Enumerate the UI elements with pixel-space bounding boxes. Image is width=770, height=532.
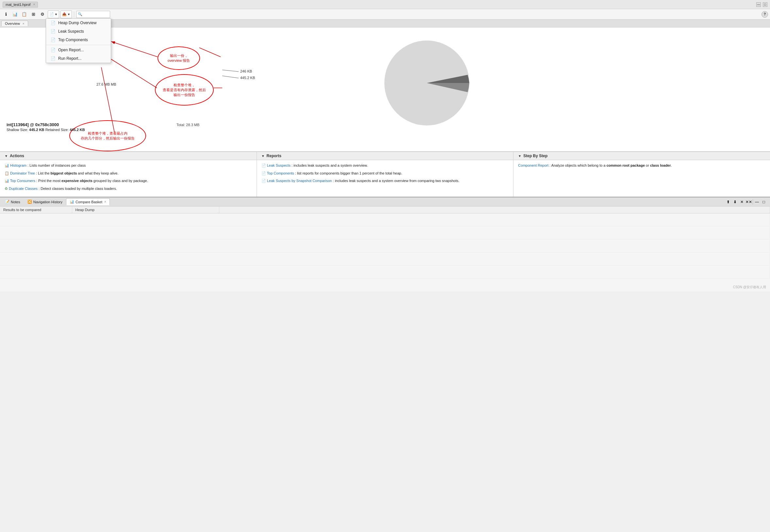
dominator-link[interactable]: Dominator Tree <box>10 171 35 175</box>
gear-icon: ⚙ <box>41 12 44 17</box>
window-controls: — □ <box>756 2 767 7</box>
reports-collapse-arrow[interactable]: ▼ <box>261 154 265 158</box>
toolbar: ℹ 📊 📋 ⊞ ⚙ 📄 ▼ 📤 ▼ 🔍 ? <box>0 9 770 20</box>
sections-row: ▼ Actions 📊 Histogram : Lists number of … <box>0 152 770 197</box>
svg-line-3 <box>111 59 157 88</box>
menu-item-heap-dump-overview[interactable]: 📄 Heap Dump Overview <box>46 19 111 27</box>
object-name: int[113964] @ 0x758c3000 <box>7 122 85 127</box>
leak-report-desc: : includes leak suspects and a system ov… <box>292 163 368 167</box>
duplicate-link[interactable]: Duplicate Classes <box>9 187 38 191</box>
title-bar: mat_test1.hprof × — □ <box>0 0 770 9</box>
pie-svg <box>375 37 479 135</box>
leak-snapshot-report-link[interactable]: Leak Suspects by Snapshot Comparison <box>267 179 332 183</box>
compare-table-header-row: Results to be compared Heap Dump <box>0 207 770 213</box>
report-leak: 📄 Leak Suspects : includes leak suspects… <box>261 163 509 168</box>
search-box[interactable]: 🔍 <box>76 11 110 18</box>
svg-line-5 <box>199 48 221 57</box>
notes-icon: 📝 <box>5 200 9 204</box>
title-tab[interactable]: mat_test1.hprof × <box>3 2 38 8</box>
title-tab-close[interactable]: × <box>33 3 35 6</box>
tab-overview[interactable]: Overview × <box>1 21 28 26</box>
bottom-tab-bar: 📝 Notes 🔀 Navigation History 📊 Compare B… <box>0 197 770 207</box>
menu-item-open-report[interactable]: 📄 Open Report... <box>46 46 111 54</box>
menu-label-run-report: Run Report... <box>58 56 81 61</box>
report-dropdown[interactable]: 📄 ▼ <box>48 10 59 18</box>
top-components-report-link[interactable]: Top Components <box>267 171 294 175</box>
svg-line-1 <box>222 76 239 78</box>
menu-item-run-report[interactable]: 📄 Run Report... <box>46 54 111 63</box>
tab-compare-basket[interactable]: 📊 Compare Basket × <box>66 198 110 205</box>
col-results: Results to be compared <box>0 207 72 213</box>
chart-button[interactable]: 📊 <box>11 10 19 18</box>
menu-item-leak-suspects[interactable]: 📄 Leak Suspects <box>46 27 111 36</box>
menu-icon-open: 📄 <box>51 48 56 52</box>
histogram-desc: : Lists number of instances per class <box>27 163 86 167</box>
main-area: 246 KB 445.2 KB 27.6 MB MB Total: 28.3 M… <box>0 27 770 152</box>
top-consumers-link[interactable]: Top Consumers <box>10 179 35 183</box>
step-collapse-arrow[interactable]: ▼ <box>518 154 521 158</box>
top-comp-report-icon: 📄 <box>261 171 266 175</box>
title-tab-label: mat_test1.hprof <box>6 3 30 7</box>
menu-divider <box>46 45 111 45</box>
table-button[interactable]: 📋 <box>20 10 28 18</box>
step-by-step-section: ▼ Step By Step Component Report : Analyz… <box>513 152 770 197</box>
retained-val: 445.2 KB <box>70 128 85 132</box>
table-row <box>0 253 770 266</box>
help-icon: ? <box>764 12 766 16</box>
maximize-panel-button[interactable]: □ <box>761 199 767 205</box>
histogram-link[interactable]: Histogram <box>10 163 26 167</box>
action-histogram: 📊 Histogram : Lists number of instances … <box>5 163 252 168</box>
component-report-link[interactable]: Component Report <box>518 163 548 167</box>
component-report-desc: : Analyze objects which belong to a comm… <box>549 163 672 167</box>
step-header: ▼ Step By Step <box>513 152 770 160</box>
action-duplicate: ♻ Duplicate Classes : Detect classes loa… <box>5 186 252 191</box>
remove-button[interactable]: ✕ <box>739 199 745 205</box>
size-label-445: 445.2 KB <box>240 76 255 80</box>
menu-icon-run: 📄 <box>51 56 56 61</box>
reports-section: ▼ Reports 📄 Leak Suspects : includes lea… <box>257 152 514 197</box>
tab-nav-history[interactable]: 🔀 Navigation History <box>24 198 66 205</box>
report-top-comp: 📄 Top Components : list reports for comp… <box>261 171 509 176</box>
export-arrow: ▼ <box>67 13 70 16</box>
grid-button[interactable]: ⊞ <box>29 10 37 18</box>
minimize-panel-button[interactable]: — <box>754 199 760 205</box>
bottom-separator <box>753 199 753 205</box>
col-extra <box>219 207 770 213</box>
menu-icon-top-comp: 📄 <box>51 38 56 42</box>
menu-item-top-components[interactable]: 📄 Top Components <box>46 36 111 44</box>
leak-suspects-report-link[interactable]: Leak Suspects <box>267 163 291 167</box>
toolbar-separator <box>74 11 74 17</box>
dominator-desc: : List the biggest objects and what they… <box>36 171 119 175</box>
help-button[interactable]: ? <box>762 11 768 18</box>
action-top-consumers: 📊 Top Consumers : Print the most expensi… <box>5 178 252 184</box>
step-component-report: Component Report : Analyze objects which… <box>518 163 765 168</box>
search-input[interactable] <box>82 12 109 16</box>
tab-compare-basket-label: Compare Basket <box>75 200 102 204</box>
tab-overview-close[interactable]: × <box>23 22 25 25</box>
actions-collapse-arrow[interactable]: ▼ <box>5 154 8 158</box>
minimize-button[interactable]: — <box>756 2 761 7</box>
maximize-button[interactable]: □ <box>763 2 767 7</box>
compare-basket-table: Results to be compared Heap Dump <box>0 207 770 279</box>
nav-prev-button[interactable]: ⬆ <box>725 199 731 205</box>
dropdown-menu: 📄 Heap Dump Overview 📄 Leak Suspects 📄 T… <box>46 18 111 63</box>
remove-all-button[interactable]: ✕✕ <box>746 199 752 205</box>
search-icon: 🔍 <box>78 12 82 16</box>
size-label-27mb: 27.6 MB MB <box>96 82 116 86</box>
info-button[interactable]: ℹ <box>2 10 10 18</box>
gear-button[interactable]: ⚙ <box>39 10 46 18</box>
menu-label-open-report: Open Report... <box>58 48 84 52</box>
tab-notes[interactable]: 📝 Notes <box>1 198 24 205</box>
menu-icon-heap: 📄 <box>51 21 56 25</box>
shallow-val: 445.2 KB <box>29 128 44 132</box>
bottom-tab-actions: ⬆ ⬇ ✕ ✕✕ — □ <box>725 199 769 205</box>
export-dropdown[interactable]: 📤 ▼ <box>60 10 72 18</box>
tab-compare-basket-close[interactable]: × <box>104 200 106 204</box>
histogram-bar-icon: 📊 <box>5 163 9 167</box>
table-row <box>0 226 770 240</box>
leak-report-icon: 📄 <box>261 163 266 167</box>
svg-line-0 <box>222 70 239 72</box>
nav-history-icon: 🔀 <box>27 200 32 204</box>
nav-next-button[interactable]: ⬇ <box>732 199 738 205</box>
size-info: Shallow Size: 445.2 KB Retained Size: 44… <box>7 128 85 132</box>
